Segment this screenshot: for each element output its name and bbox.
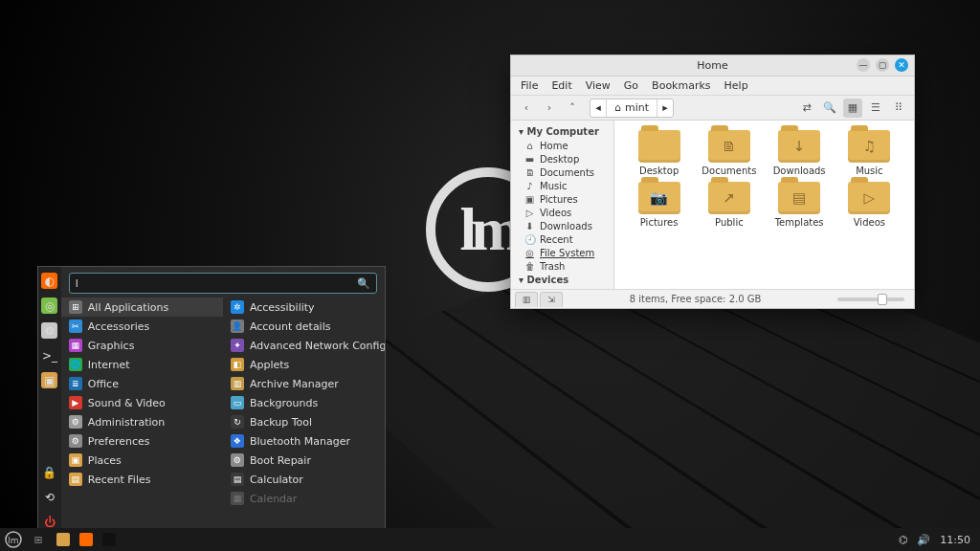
category-internet[interactable]: 🌐Internet (61, 355, 223, 374)
terminal-task[interactable] (100, 530, 119, 549)
list-view-button[interactable]: ☰ (866, 99, 885, 118)
sidebar-item-videos[interactable]: ▷Videos (511, 206, 613, 219)
folder-icon: ▤ (778, 182, 820, 214)
app-label: Account details (250, 320, 331, 333)
menu-edit[interactable]: Edit (551, 79, 571, 92)
sidebar-item-desktop[interactable]: ▬Desktop (511, 152, 613, 165)
home-icon: ⌂ (614, 101, 621, 114)
file-manager-toolbar: ‹ › ˄ ◂ ⌂mint ▸ ⇄ 🔍 ▦ ☰ ⠿ (511, 96, 914, 121)
start-button[interactable]: lm (4, 530, 23, 549)
crumb-next[interactable]: ▸ (657, 99, 673, 117)
zoom-slider[interactable] (837, 298, 904, 301)
app-label: Boot Repair (250, 454, 311, 467)
folder-pictures[interactable]: 📷Pictures (626, 182, 692, 228)
menu-search[interactable]: 🔍 (69, 273, 377, 294)
sidebar-item-trash[interactable]: 🗑Trash (511, 259, 613, 273)
app-boot-repair[interactable]: ⚙Boot Repair (223, 451, 385, 470)
clock[interactable]: 11:50 (940, 534, 970, 546)
nav-forward-button[interactable]: › (540, 99, 559, 118)
category-icon: ≣ (69, 377, 82, 390)
category-accessories[interactable]: ✂Accessories (61, 317, 223, 336)
app-account-details[interactable]: 👤Account details (223, 317, 385, 336)
folder-videos[interactable]: ▷Videos (836, 182, 902, 228)
menu-search-input[interactable] (76, 277, 357, 290)
category-recent-files[interactable]: ▤Recent Files (61, 470, 223, 489)
minimize-button[interactable]: — (857, 58, 870, 72)
window-titlebar[interactable]: Home — ▢ ✕ (511, 55, 914, 77)
file-manager-content[interactable]: Desktop🗎Documents↓Downloads♫Music📷Pictur… (614, 121, 914, 289)
close-button[interactable]: ✕ (895, 58, 908, 72)
category-all-applications[interactable]: ⊞All Applications (61, 298, 223, 317)
zoom-knob[interactable] (878, 294, 887, 305)
files-icon[interactable]: ▣ (41, 372, 57, 388)
app-icon: ✦ (231, 339, 244, 352)
logout-icon[interactable]: ⟲ (41, 489, 57, 505)
app-calendar[interactable]: ▦Calendar (223, 489, 385, 508)
folder-icon: ♫ (848, 130, 890, 163)
software-icon[interactable]: ◎ (41, 298, 57, 314)
show-desktop-button[interactable]: ⊞ (29, 530, 48, 549)
menu-view[interactable]: View (586, 79, 611, 92)
category-office[interactable]: ≣Office (61, 374, 223, 393)
search-button[interactable]: 🔍 (820, 99, 839, 118)
sidebar-tab-tree[interactable]: ⇲ (540, 292, 563, 307)
folder-templates[interactable]: ▤Templates (767, 182, 833, 228)
crumb-prev[interactable]: ◂ (590, 99, 607, 117)
app-advanced-network-configuration[interactable]: ✦Advanced Network Configuration (223, 336, 385, 355)
nav-up-button[interactable]: ˄ (563, 99, 582, 118)
sidebar-item-home[interactable]: ⌂Home (511, 139, 613, 152)
sidebar-item-label: Music (540, 181, 567, 191)
app-calculator[interactable]: ▤Calculator (223, 470, 385, 489)
terminal-icon[interactable]: >_ (41, 347, 57, 364)
folder-downloads[interactable]: ↓Downloads (767, 130, 833, 176)
sidebar-item-documents[interactable]: 🗎Documents (511, 165, 613, 179)
status-text: 8 items, Free space: 2.0 GB (563, 294, 828, 304)
app-accessibility[interactable]: ✲Accessibility (223, 298, 385, 317)
sidebar-item-file-system[interactable]: ◎File System (511, 246, 613, 259)
category-preferences[interactable]: ⚙Preferences (61, 431, 223, 451)
icon-view-button[interactable]: ▦ (843, 99, 862, 118)
volume-icon[interactable]: 🔊 (917, 534, 930, 546)
category-administration[interactable]: ⚙Administration (61, 412, 223, 431)
files-task[interactable] (54, 530, 73, 549)
folder-public[interactable]: ↗Public (696, 182, 762, 228)
app-applets[interactable]: ◧Applets (223, 355, 385, 374)
nav-back-button[interactable]: ‹ (517, 99, 536, 118)
app-archive-manager[interactable]: ▥Archive Manager (223, 374, 385, 393)
app-backgrounds[interactable]: ▭Backgrounds (223, 393, 385, 412)
firefox-icon[interactable]: ◐ (41, 273, 57, 289)
folder-music[interactable]: ♫Music (836, 130, 902, 176)
maximize-button[interactable]: ▢ (876, 58, 889, 72)
folder-label: Templates (775, 217, 824, 228)
app-backup-tool[interactable]: ↻Backup Tool (223, 412, 385, 431)
sidebar-item-music[interactable]: ♪Music (511, 179, 613, 192)
settings-icon[interactable]: ⚙ (41, 322, 57, 339)
crumb-home[interactable]: ⌂mint (607, 99, 657, 117)
app-label: Calculator (250, 474, 303, 486)
sidebar-item-recent[interactable]: 🕘Recent (511, 232, 613, 246)
toggle-pathbar-button[interactable]: ⇄ (797, 99, 816, 118)
app-icon: ◧ (231, 358, 244, 371)
category-graphics[interactable]: ▦Graphics (61, 336, 223, 355)
sidebar-item-pictures[interactable]: ▣Pictures (511, 192, 613, 206)
sidebar-item-downloads[interactable]: ⬇Downloads (511, 219, 613, 232)
category-places[interactable]: ▣Places (61, 451, 223, 470)
sidebar-tab-places[interactable]: ▥ (515, 292, 538, 307)
compact-view-button[interactable]: ⠿ (889, 99, 908, 118)
folder-documents[interactable]: 🗎Documents (696, 130, 762, 176)
menu-help[interactable]: Help (724, 79, 748, 92)
category-sound-video[interactable]: ▶Sound & Video (61, 393, 223, 412)
lock-icon[interactable]: 🔒 (41, 464, 57, 480)
menu-go[interactable]: Go (624, 79, 638, 92)
sidebar-item-icon: 🗎 (524, 167, 535, 178)
network-icon[interactable]: ⌬ (899, 534, 908, 546)
app-icon: 👤 (231, 320, 244, 333)
app-label: Bluetooth Manager (250, 435, 350, 448)
menu-bookmarks[interactable]: Bookmarks (652, 79, 710, 92)
menu-file[interactable]: File (521, 79, 538, 92)
folder-icon: 📷 (638, 182, 680, 214)
sidebar-item-icon: 🗑 (524, 261, 535, 272)
folder-desktop[interactable]: Desktop (626, 130, 692, 176)
app-bluetooth-manager[interactable]: ❖Bluetooth Manager (223, 431, 385, 451)
firefox-task[interactable] (77, 530, 96, 549)
